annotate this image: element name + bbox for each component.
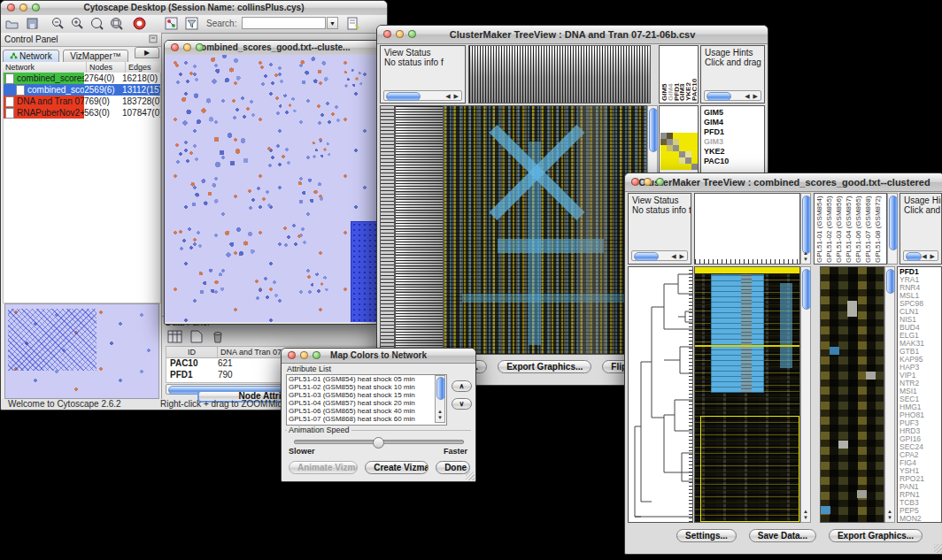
network-table-row[interactable]: RNAPuberNov2+| 563(0) 107847(0) <box>4 107 160 119</box>
attr-col-id[interactable]: ID <box>166 347 218 357</box>
search-dropdown-arrow[interactable]: ▼ <box>327 17 338 29</box>
col-network[interactable]: Network <box>3 62 87 73</box>
minimize-button[interactable] <box>396 30 404 38</box>
tab-vizmapper[interactable]: VizMapper™ <box>63 50 128 63</box>
tv2-row-dendrogram[interactable] <box>628 266 693 523</box>
treeview-combined-titlebar[interactable]: ClusterMaker TreeView : combined_scores_… <box>625 173 942 192</box>
gene-label[interactable]: GIM4 <box>704 118 761 127</box>
tv2-zoom-heatmap[interactable] <box>820 266 884 523</box>
slider-thumb[interactable] <box>373 437 384 449</box>
tv2-column-vscrollbar[interactable]: ▲▼ <box>800 193 811 265</box>
move-down-button[interactable]: ∨ <box>452 398 472 410</box>
minimize-button[interactable] <box>183 43 191 51</box>
close-button[interactable] <box>383 30 391 38</box>
network-table-row[interactable]: DNA and Tran 07 769(0) 183728(0) <box>4 96 160 107</box>
gene-label[interactable]: YKE2 <box>704 147 761 157</box>
scroll-thumb[interactable] <box>906 252 922 261</box>
tv1-usage-hints-scrollbar[interactable]: ◀ ▶ <box>704 90 761 101</box>
scroll-thumb[interactable] <box>386 92 421 101</box>
zoom-button[interactable] <box>313 351 320 359</box>
gene-label[interactable]: PAC10 <box>704 157 761 166</box>
search-input[interactable] <box>242 17 326 29</box>
tv2-usage-hints-scrollbar[interactable]: ◀ ▶ <box>903 250 938 261</box>
tv1-view-status-scrollbar[interactable]: ◀ ▶ <box>383 90 462 101</box>
zoom-button[interactable] <box>656 178 664 186</box>
close-button[interactable] <box>7 4 15 12</box>
resize-grip[interactable] <box>934 544 942 553</box>
attribute-list-item[interactable]: GPL51-02 (GSM855) heat shock 10 min <box>287 383 446 391</box>
network-overview-panel[interactable] <box>4 303 159 399</box>
scroll-thumb[interactable] <box>649 108 658 152</box>
scroll-thumb[interactable] <box>889 196 898 250</box>
attribute-listbox[interactable]: GPL51-01 (GSM854) heat shock 05 minGPL51… <box>286 374 447 426</box>
scroll-thumb[interactable] <box>634 252 659 261</box>
minimize-button[interactable] <box>19 4 27 12</box>
filter-icon[interactable] <box>184 16 199 31</box>
dialog-button[interactable]: Animate Vizmap <box>289 461 358 474</box>
gene-label[interactable]: MON2 <box>900 515 939 523</box>
tv1-row-dendrogram[interactable] <box>395 105 444 355</box>
gene-label[interactable]: GIM5 <box>704 108 761 118</box>
zoom-in-icon[interactable] <box>70 16 85 31</box>
minimize-button[interactable] <box>644 178 652 186</box>
tab-overflow-button[interactable]: ▶ <box>135 47 159 58</box>
new-attribute-icon[interactable] <box>189 329 204 344</box>
animation-speed-slider[interactable] <box>294 440 464 444</box>
zoom-selected-icon[interactable] <box>89 16 104 31</box>
tv2-column-dendrogram[interactable] <box>694 193 800 265</box>
tv2-heatmap-vscrollbar[interactable]: ▲▼ <box>800 266 811 523</box>
tv1-heatmap[interactable] <box>444 105 647 355</box>
delete-attribute-icon[interactable] <box>210 329 225 344</box>
tv2-labels-vscrollbar[interactable] <box>887 193 898 265</box>
treeview-dna-titlebar[interactable]: ClusterMaker TreeView : DNA and Tran 07-… <box>377 26 768 44</box>
tab-network[interactable]: Network <box>3 50 59 63</box>
help-lifering-icon[interactable] <box>132 16 147 31</box>
move-up-button[interactable]: ∧ <box>452 380 472 392</box>
close-button[interactable] <box>171 43 179 51</box>
scroll-thumb[interactable] <box>802 196 811 254</box>
network-view-titlebar[interactable]: combined_scores_good.txt--cluste... <box>165 41 382 56</box>
tv1-global-tree-strip[interactable] <box>380 105 395 355</box>
resize-grip[interactable] <box>466 472 475 480</box>
select-attributes-icon[interactable] <box>167 329 182 344</box>
attribute-list-item[interactable]: GPL51-06 (GSM865) heat shock 40 min <box>287 407 446 415</box>
network-canvas[interactable] <box>165 55 380 322</box>
zoom-out-icon[interactable] <box>50 16 66 31</box>
tv1-column-dendrogram[interactable] <box>468 45 651 104</box>
scroll-thumb[interactable] <box>886 269 895 294</box>
tv2-action-button[interactable]: Save Data... <box>749 529 816 542</box>
open-file-icon[interactable] <box>4 16 19 31</box>
save-icon[interactable] <box>25 16 40 31</box>
network-table-row[interactable]: combined_scores 2764(0) 16218(0) <box>4 73 160 84</box>
gene-label[interactable]: PFD1 <box>704 127 761 137</box>
minimize-button[interactable] <box>300 351 308 359</box>
report-icon[interactable] <box>346 16 361 31</box>
float-panel-icon[interactable] <box>149 35 158 45</box>
zoom-fit-icon[interactable] <box>109 16 124 31</box>
network-table-row[interactable]: combined_sco 2569(6) 13112(15) <box>4 84 160 96</box>
tv2-heatmap[interactable] <box>694 266 800 523</box>
attribute-list-item[interactable]: GPL51-04 (GSM857) heat shock 20 min <box>287 399 446 407</box>
attribute-list-item[interactable]: GPL51-01 (GSM854) heat shock 05 min <box>287 375 446 383</box>
dialog-button[interactable]: Create Vizmap <box>365 461 429 474</box>
zoom-button[interactable] <box>408 30 416 38</box>
tv2-action-button[interactable]: Settings... <box>676 529 737 542</box>
zoom-button[interactable] <box>196 43 204 51</box>
zoom-button[interactable] <box>32 4 40 12</box>
close-button[interactable] <box>288 351 296 359</box>
network-settings-icon[interactable] <box>164 16 179 31</box>
col-edges[interactable]: Edges <box>126 62 159 73</box>
attribute-list-item[interactable]: GPL51-07 (GSM868) heat shock 60 min <box>287 415 446 423</box>
tv2-action-button[interactable]: Export Graphics... <box>829 529 923 542</box>
map-colors-titlebar[interactable]: Map Colors to Network <box>282 349 475 364</box>
tv2-zoom-vscrollbar[interactable]: ▲▼ <box>884 266 895 523</box>
tv1-action-button[interactable]: Export Graphics... <box>498 360 591 373</box>
main-titlebar[interactable]: Cytoscape Desktop (Session Name: collins… <box>1 1 387 16</box>
scroll-thumb[interactable] <box>802 269 811 310</box>
attribute-list-vscrollbar[interactable]: ▲▼ <box>435 375 445 423</box>
col-nodes[interactable]: Nodes <box>87 62 126 73</box>
attribute-list-item[interactable]: GPL51-03 (GSM856) heat shock 15 min <box>287 391 446 399</box>
scroll-thumb[interactable] <box>436 377 445 400</box>
tv2-view-status-scrollbar[interactable]: ◀ ▶ <box>631 250 688 261</box>
gene-label[interactable]: GIM3 <box>704 137 761 147</box>
